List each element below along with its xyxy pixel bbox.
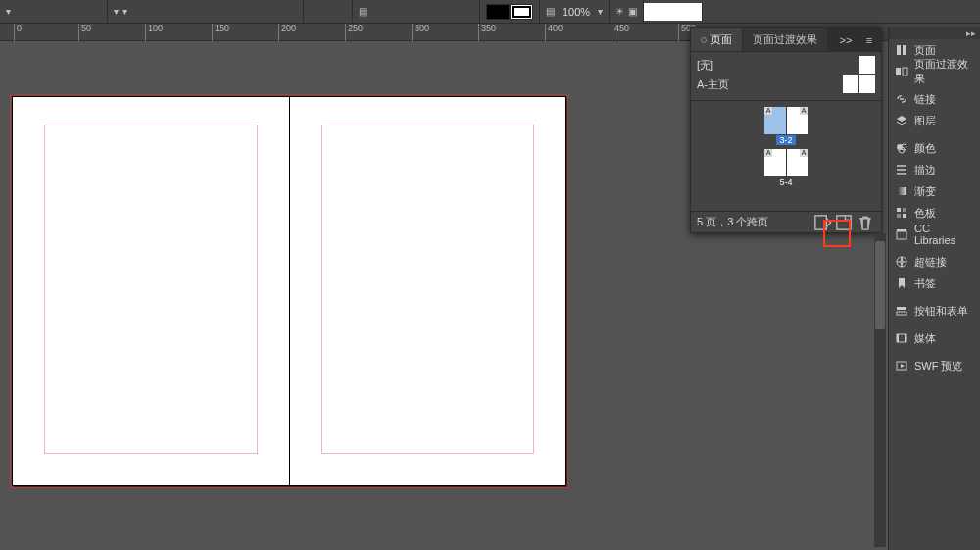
master-none-row[interactable]: [无]	[697, 55, 875, 75]
svg-rect-18	[897, 312, 906, 315]
dock-item-color[interactable]: 颜色	[889, 137, 980, 159]
screen-mode-icon[interactable]: ☀	[615, 6, 624, 17]
ruler-tick: 450	[612, 24, 629, 41]
align-icon[interactable]: ▤	[359, 6, 368, 17]
links-icon	[895, 92, 908, 106]
svg-rect-11	[903, 208, 906, 212]
panel-tab-row: 页面 页面过渡效果 >> ≡	[691, 28, 881, 52]
dock-label: 页面	[914, 43, 936, 58]
document-spread[interactable]	[12, 96, 566, 486]
right-dock: ▸▸ 页面 页面过渡效果 链接 图层 颜色 描边 渐变 色板 CC Librar…	[888, 27, 980, 550]
page-left[interactable]	[13, 97, 289, 485]
spread-label: 3-2	[776, 135, 795, 145]
margin-guide	[321, 125, 535, 454]
dock-item-cc-libraries[interactable]: CC Libraries	[889, 224, 980, 245]
trash-icon	[856, 213, 875, 232]
page-thumb[interactable]: A	[764, 149, 786, 176]
master-marker: A	[800, 107, 808, 115]
svg-rect-10	[897, 208, 901, 212]
tab-indicator-icon	[701, 37, 707, 43]
bookmarks-icon	[895, 276, 908, 290]
zoom-value[interactable]: 100%	[559, 3, 594, 21]
dock-item-links[interactable]: 链接	[889, 88, 980, 110]
svg-rect-13	[903, 214, 906, 218]
svg-rect-14	[897, 231, 906, 239]
svg-rect-15	[897, 229, 906, 231]
ruler-tick: 400	[545, 24, 563, 41]
page-thumb[interactable]: A	[786, 149, 808, 176]
master-none-thumb[interactable]	[859, 56, 875, 74]
delete-page-button[interactable]	[856, 213, 875, 232]
svg-rect-4	[896, 68, 901, 75]
tab-pages[interactable]: 页面	[691, 28, 743, 51]
dock-item-stroke[interactable]: 描边	[889, 159, 980, 180]
transitions-icon	[895, 65, 908, 78]
cc-libraries-icon	[895, 227, 908, 241]
spread-thumb[interactable]: A A 3-2	[764, 107, 808, 145]
panel-collapse-button[interactable]: >>	[834, 28, 858, 51]
swf-preview-icon	[895, 359, 908, 373]
media-icon	[895, 331, 908, 345]
svg-rect-17	[897, 307, 906, 310]
dock-item-bookmarks[interactable]: 书签	[889, 273, 980, 294]
spread-thumb[interactable]: A A 5-4	[764, 149, 808, 187]
dropdown-icon: ▾	[122, 6, 127, 17]
spread-label: 5-4	[776, 177, 795, 187]
ruler-tick: 300	[412, 24, 429, 41]
pages-icon	[895, 43, 908, 57]
toolbar-section: ▤	[353, 0, 480, 24]
dropdown-icon[interactable]: ▾	[598, 6, 603, 17]
master-a-row[interactable]: A-主页	[697, 75, 875, 94]
master-a-thumb-left[interactable]	[843, 75, 858, 93]
page-thumb-selected[interactable]: A	[764, 107, 786, 134]
dock-item-layers[interactable]: 图层	[889, 110, 980, 131]
dropdown-icon: ▾	[114, 6, 119, 17]
master-marker: A	[764, 107, 772, 115]
dock-label: CC Libraries	[914, 223, 974, 246]
dock-label: SWF 预览	[914, 359, 963, 374]
pages-status-text: 5 页，3 个跨页	[697, 215, 812, 229]
panel-menu-button[interactable]: ≡	[858, 28, 881, 51]
page-thumb[interactable]: A	[786, 107, 808, 134]
stroke-swatch[interactable]	[510, 4, 533, 20]
dock-collapse-bar[interactable]: ▸▸	[889, 27, 980, 39]
new-page-button[interactable]	[834, 213, 854, 232]
screen-mode-icon[interactable]: ▣	[628, 6, 637, 17]
svg-rect-2	[897, 45, 901, 55]
pages-thumbs-area[interactable]: A A 3-2 A A 5-4	[691, 101, 881, 211]
dock-label: 描边	[914, 163, 936, 177]
zoom-section[interactable]: ▤ 100% ▾	[540, 0, 610, 24]
dock-item-swatches[interactable]: 色板	[889, 202, 980, 224]
dock-item-transitions[interactable]: 页面过渡效果	[889, 61, 980, 82]
layers-icon	[895, 114, 908, 127]
swatches-icon	[895, 206, 908, 220]
page-size-icon	[812, 213, 832, 232]
svg-rect-9	[897, 187, 906, 195]
dock-item-gradient[interactable]: 渐变	[889, 180, 980, 202]
gradient-icon	[895, 184, 908, 198]
svg-rect-20	[897, 334, 899, 342]
page-right[interactable]	[289, 97, 566, 485]
ruler-tick: 200	[278, 24, 296, 41]
dock-label: 书签	[914, 276, 936, 291]
scrollbar-thumb[interactable]	[875, 241, 885, 329]
dock-item-hyperlinks[interactable]: 超链接	[889, 251, 980, 273]
dock-label: 色板	[914, 206, 936, 221]
panel-scrollbar[interactable]	[874, 233, 886, 547]
svg-rect-5	[903, 68, 907, 75]
color-icon	[895, 141, 908, 155]
edit-page-size-button[interactable]	[812, 213, 832, 232]
svg-rect-0	[815, 215, 826, 228]
pages-panel[interactable]: 页面 页面过渡效果 >> ≡ [无] A-主页 A A 3-2	[690, 27, 882, 233]
fill-swatch[interactable]	[486, 4, 510, 20]
view-options-section: ☀▣	[610, 0, 644, 24]
dock-item-swf-preview[interactable]: SWF 预览	[889, 355, 980, 376]
svg-rect-3	[903, 45, 906, 55]
ruler-tick: 350	[478, 24, 496, 41]
dock-item-buttons-forms[interactable]: 按钮和表单	[889, 300, 980, 322]
svg-rect-12	[897, 214, 901, 218]
dock-item-media[interactable]: 媒体	[889, 327, 980, 349]
tab-page-transitions[interactable]: 页面过渡效果	[743, 28, 828, 51]
blank-field[interactable]	[644, 3, 703, 21]
master-a-thumb-right[interactable]	[859, 75, 875, 93]
